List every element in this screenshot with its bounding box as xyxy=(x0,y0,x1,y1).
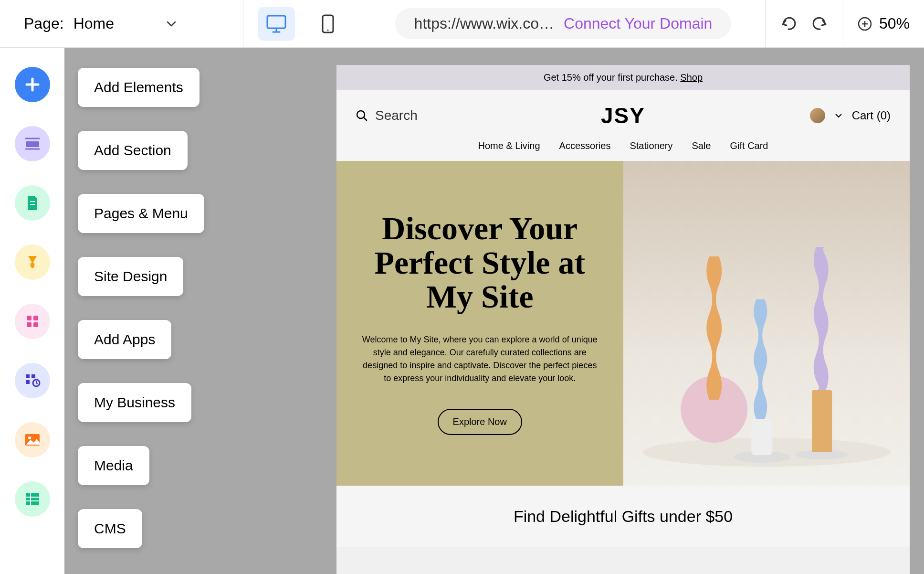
desktop-view-button[interactable] xyxy=(258,7,295,41)
url-text: https://www.wix.co… xyxy=(414,15,554,32)
plus-icon xyxy=(24,76,41,93)
page-name: Home xyxy=(74,15,114,32)
page-icon xyxy=(26,195,39,211)
nav-stationery[interactable]: Stationery xyxy=(630,140,672,151)
page-dropdown[interactable]: Home xyxy=(74,15,176,32)
chevron-down-icon xyxy=(167,21,176,27)
promo-text: Get 15% off your first purchase. xyxy=(544,72,680,83)
chevron-down-icon[interactable] xyxy=(835,113,842,118)
label-add-section[interactable]: Add Section xyxy=(78,131,188,170)
mobile-icon xyxy=(322,14,334,33)
desktop-icon xyxy=(266,15,286,33)
svg-rect-18 xyxy=(33,322,38,327)
connect-domain-link[interactable]: Connect Your Domain xyxy=(564,15,712,32)
sidebar-add-elements-icon[interactable] xyxy=(15,67,50,102)
sidebar-add-section-icon[interactable] xyxy=(15,126,50,161)
svg-point-4 xyxy=(327,29,329,31)
cms-icon xyxy=(25,492,40,506)
canvas-area: Add Elements Add Section Pages & Menu Si… xyxy=(64,48,924,574)
svg-rect-0 xyxy=(267,16,285,28)
undo-button[interactable] xyxy=(780,16,797,32)
svg-rect-19 xyxy=(26,374,30,378)
section-icon xyxy=(24,137,41,151)
svg-rect-36 xyxy=(812,390,832,452)
label-site-design[interactable]: Site Design xyxy=(78,257,183,296)
svg-rect-20 xyxy=(26,380,30,384)
svg-rect-21 xyxy=(32,374,35,378)
preview-header: Search JSY Cart (0) Home & Living Access… xyxy=(336,90,910,161)
zoom-control[interactable]: 50% xyxy=(843,0,924,47)
sidebar-media-icon[interactable] xyxy=(15,422,50,457)
label-pages-menu[interactable]: Pages & Menu xyxy=(78,194,204,233)
topbar: Page: Home https://www.wix.co… Connect Y… xyxy=(0,0,924,48)
svg-line-30 xyxy=(364,117,367,120)
svg-rect-25 xyxy=(26,493,39,505)
avatar[interactable] xyxy=(810,108,825,123)
business-icon xyxy=(24,372,41,389)
account-cart-area: Cart (0) xyxy=(810,108,891,123)
main-area: Add Elements Add Section Pages & Menu Si… xyxy=(0,48,924,574)
page-selector-section: Page: Home xyxy=(0,0,243,47)
svg-rect-17 xyxy=(27,322,32,327)
device-switcher xyxy=(243,0,361,47)
nav-accessories[interactable]: Accessories xyxy=(559,140,611,151)
hero-text-area: Discover Your Perfect Style at My Site W… xyxy=(336,161,623,486)
sidebar-pages-menu-icon[interactable] xyxy=(15,185,50,221)
history-section xyxy=(766,0,843,47)
design-icon xyxy=(24,254,41,270)
hero-description: Welcome to My Site, where you can explor… xyxy=(360,333,599,385)
label-add-apps[interactable]: Add Apps xyxy=(78,320,171,359)
sidebar-labels: Add Elements Add Section Pages & Menu Si… xyxy=(78,68,204,548)
sidebar-site-design-icon[interactable] xyxy=(15,244,50,280)
gifts-heading: Find Delightful Gifts under $50 xyxy=(336,486,910,547)
redo-icon xyxy=(811,16,829,30)
url-section: https://www.wix.co… Connect Your Domain xyxy=(361,0,766,47)
media-icon xyxy=(24,433,41,446)
search-icon xyxy=(356,109,368,122)
cart-link[interactable]: Cart (0) xyxy=(852,109,891,122)
hero-title: Discover Your Perfect Style at My Site xyxy=(356,212,604,314)
site-preview[interactable]: Get 15% off your first purchase. Shop Se… xyxy=(336,65,910,574)
promo-banner: Get 15% off your first purchase. Shop xyxy=(336,65,910,90)
explore-now-button[interactable]: Explore Now xyxy=(438,409,522,435)
label-my-business[interactable]: My Business xyxy=(78,383,191,422)
zoom-plus-icon xyxy=(858,17,872,31)
search-label: Search xyxy=(375,108,418,123)
svg-rect-34 xyxy=(751,419,772,455)
nav-sale[interactable]: Sale xyxy=(692,140,711,151)
candles-illustration xyxy=(623,161,910,486)
hero-section: Discover Your Perfect Style at My Site W… xyxy=(336,161,910,486)
page-label: Page: xyxy=(24,15,64,32)
label-cms[interactable]: CMS xyxy=(78,509,142,548)
sidebar-add-apps-icon[interactable] xyxy=(15,304,50,339)
redo-button[interactable] xyxy=(811,16,829,32)
site-logo[interactable]: JSY xyxy=(601,103,645,128)
preview-header-top: Search JSY Cart (0) xyxy=(356,102,891,128)
sidebar-my-business-icon[interactable] xyxy=(15,363,50,398)
label-media[interactable]: Media xyxy=(78,446,149,485)
sidebar-cms-icon[interactable] xyxy=(15,481,50,517)
svg-rect-16 xyxy=(33,316,38,320)
svg-point-24 xyxy=(28,436,31,439)
hero-image xyxy=(623,161,910,486)
nav-home-living[interactable]: Home & Living xyxy=(478,140,540,151)
svg-rect-15 xyxy=(27,316,32,320)
nav-gift-card[interactable]: Gift Card xyxy=(730,140,768,151)
undo-icon xyxy=(780,16,797,30)
apps-icon xyxy=(25,314,40,329)
left-sidebar xyxy=(0,48,64,574)
mobile-view-button[interactable] xyxy=(309,7,346,41)
zoom-value: 50% xyxy=(879,15,910,32)
url-bar[interactable]: https://www.wix.co… Connect Your Domain xyxy=(395,8,732,39)
label-add-elements[interactable]: Add Elements xyxy=(78,68,200,107)
search-button[interactable]: Search xyxy=(356,108,418,123)
svg-rect-10 xyxy=(26,141,39,147)
preview-nav: Home & Living Accessories Stationery Sal… xyxy=(356,128,891,161)
promo-shop-link[interactable]: Shop xyxy=(680,72,703,83)
